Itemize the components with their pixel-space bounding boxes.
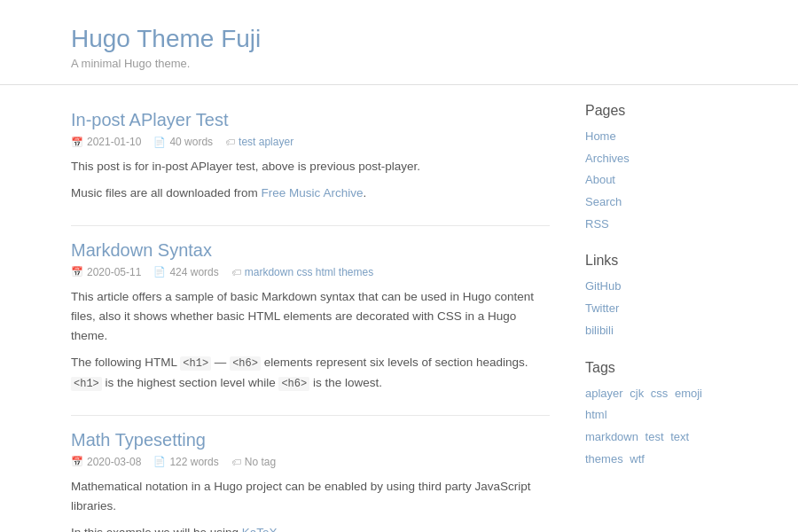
tag-icon-1: 🏷 <box>225 137 235 147</box>
sidebar-link-archives[interactable]: Archives <box>585 148 727 170</box>
sidebar-link-rss[interactable]: RSS <box>585 214 727 236</box>
words-icon-2: 📄 <box>153 266 166 278</box>
sidebar-link-github[interactable]: GitHub <box>585 276 727 298</box>
tag-themes[interactable]: themes <box>585 452 623 466</box>
site-header: Hugo Theme Fuji A minimal Hugo theme. <box>0 0 798 85</box>
post-title-link-3[interactable]: Math Typesetting <box>71 430 206 450</box>
tag-markdown[interactable]: markdown <box>585 430 638 443</box>
tag-html[interactable]: html <box>585 408 607 421</box>
sidebar: Pages Home Archives About Search RSS Lin… <box>585 103 727 532</box>
post-excerpt-2a: This article offers a sample of basic Ma… <box>71 287 550 347</box>
tag-aplayer[interactable]: aplayer <box>585 387 623 400</box>
post-tag-1: 🏷 test aplayer <box>225 136 293 148</box>
sidebar-pages-section: Pages Home Archives About Search RSS <box>585 103 727 235</box>
calendar-icon-2: 📅 <box>71 266 83 278</box>
post-title-2[interactable]: Markdown Syntax <box>71 240 550 261</box>
site-title: Hugo Theme Fuji <box>71 25 727 53</box>
post-tag-link-2[interactable]: markdown css html themes <box>245 266 373 278</box>
sidebar-links-section: Links GitHub Twitter bilibili <box>585 253 727 341</box>
tags-list: aplayer cjk css emoji html markdown test… <box>585 383 727 471</box>
tag-text[interactable]: text <box>670 430 689 443</box>
tag-emoji[interactable]: emoji <box>675 387 702 400</box>
sidebar-link-about[interactable]: About <box>585 169 727 192</box>
post-title-1[interactable]: In-post APlayer Test <box>71 110 550 130</box>
tag-icon-2: 🏷 <box>231 267 241 278</box>
calendar-icon-3: 📅 <box>71 456 83 467</box>
post-excerpt-3b: In this example we will be using KaTeX <box>71 523 550 532</box>
words-icon-1: 📄 <box>153 137 166 148</box>
post-excerpt-1a: This post is for in-post APlayer test, a… <box>71 157 550 176</box>
post-date-3: 📅 2020-03-08 <box>71 456 141 468</box>
post-meta-3: 📅 2020-03-08 📄 122 words 🏷 No tag <box>71 456 550 468</box>
post-item-3: Math Typesetting 📅 2020-03-08 📄 122 word… <box>71 416 550 532</box>
post-meta-2: 📅 2020-05-11 📄 424 words 🏷 markdown css … <box>71 266 550 278</box>
post-words-2: 📄 424 words <box>153 266 218 278</box>
tag-icon-3: 🏷 <box>231 457 241 467</box>
post-meta-1: 📅 2021-01-10 📄 40 words 🏷 test aplayer <box>71 136 550 148</box>
post-title-3[interactable]: Math Typesetting <box>71 430 550 450</box>
post-notag-3: No tag <box>245 456 276 468</box>
post-item-1: In-post APlayer Test 📅 2021-01-10 📄 40 w… <box>71 103 550 226</box>
post-words-3: 📄 122 words <box>153 456 218 468</box>
post-excerpt-1b: Music files are all downloaded from Free… <box>71 184 550 203</box>
post-date-1: 📅 2021-01-10 <box>71 136 141 148</box>
sidebar-link-search[interactable]: Search <box>585 192 727 214</box>
content-area: In-post APlayer Test 📅 2021-01-10 📄 40 w… <box>71 103 550 532</box>
sidebar-tags-heading: Tags <box>585 360 727 376</box>
sidebar-tags-section: Tags aplayer cjk css emoji html markdown… <box>585 360 727 471</box>
main-layout: In-post APlayer Test 📅 2021-01-10 📄 40 w… <box>0 85 798 532</box>
post-title-link-2[interactable]: Markdown Syntax <box>71 240 212 260</box>
post-date-2: 📅 2020-05-11 <box>71 266 141 278</box>
sidebar-links-heading: Links <box>585 253 727 269</box>
sidebar-link-home[interactable]: Home <box>585 126 727 148</box>
post-title-link-1[interactable]: In-post APlayer Test <box>71 110 229 129</box>
calendar-icon-1: 📅 <box>71 137 83 148</box>
post-tag-3: 🏷 No tag <box>231 456 276 468</box>
sidebar-pages-heading: Pages <box>585 103 727 119</box>
words-icon-3: 📄 <box>153 456 166 467</box>
post-tag-2: 🏷 markdown css html themes <box>231 266 373 278</box>
site-subtitle: A minimal Hugo theme. <box>71 57 727 70</box>
katex-link[interactable]: KaTeX <box>242 526 278 532</box>
tag-cjk[interactable]: cjk <box>630 387 644 400</box>
post-excerpt-3a: Mathematical notation in a Hugo project … <box>71 477 550 517</box>
sidebar-link-bilibili[interactable]: bilibili <box>585 320 727 342</box>
free-music-archive-link[interactable]: Free Music Archive <box>262 186 364 200</box>
post-tag-link-1[interactable]: test aplayer <box>239 136 293 148</box>
tag-wtf[interactable]: wtf <box>630 452 645 466</box>
tag-css[interactable]: css <box>651 387 669 400</box>
tag-test[interactable]: test <box>645 430 664 443</box>
post-words-1: 📄 40 words <box>153 136 213 148</box>
post-item-2: Markdown Syntax 📅 2020-05-11 📄 424 words… <box>71 226 550 416</box>
post-excerpt-2b: The following HTML <h1> — <h6> elements … <box>71 353 550 394</box>
sidebar-link-twitter[interactable]: Twitter <box>585 298 727 320</box>
